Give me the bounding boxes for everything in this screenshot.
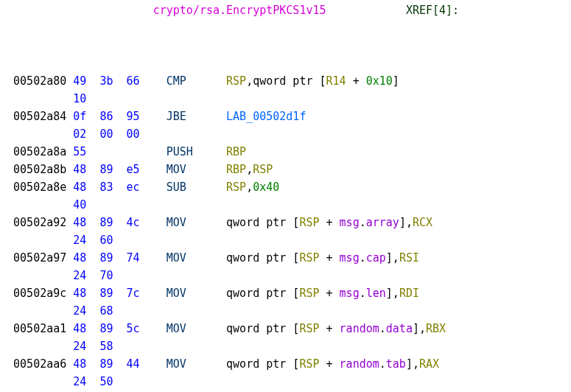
bytes: 48 89 e5 [73,163,166,176]
operand-text: ], [386,251,399,265]
operand-register[interactable]: RSP [226,181,246,194]
operand-text: + [320,357,340,371]
address[interactable]: 00502a9c [13,287,66,300]
asm-row[interactable]: 00502a97 48 89 74 MOV qword ptr [RSP + m… [0,249,571,267]
asm-row-bytes-continuation: 02 00 00 [0,125,571,143]
operand-register[interactable]: RBP [226,163,246,176]
function-header-row: crypto/rsa.EncryptPKCS1v15 XREF[4]: [0,1,571,19]
asm-row-bytes-continuation: 40 [0,196,571,214]
operand-literal[interactable]: 0x40 [253,181,279,194]
mnemonic: MOV [167,216,226,229]
asm-row[interactable]: 00502aa6 48 89 44 MOV qword ptr [RSP + r… [0,355,571,373]
operand-text: ], [413,322,426,335]
mnemonic: JBE [167,110,226,123]
mnemonic: MOV [167,163,226,176]
mnemonic: SUB [167,181,226,194]
operand-register[interactable]: RCX [413,216,432,229]
operand-struct-field[interactable]: msg [340,287,360,300]
address[interactable]: 00502a8a [13,145,66,158]
operand-struct-field[interactable]: cap [366,251,386,265]
operand-register[interactable]: RSP [299,251,319,265]
operand-text: qword ptr [ [226,357,299,371]
operand-literal[interactable]: 0x10 [366,74,393,88]
address[interactable]: 00502a8b [13,163,66,176]
operand-register[interactable]: RSP [253,163,273,176]
xref-count[interactable]: 4 [439,4,446,17]
operand-register[interactable]: RSP [299,287,319,300]
address[interactable]: 00502a92 [13,216,66,229]
bytes: 55 [73,145,166,158]
bytes: 48 89 74 [73,251,166,265]
operand-struct-field[interactable]: msg [340,216,360,229]
bytes: 48 89 5c [73,322,166,335]
asm-row-bytes-continuation: 24 58 [0,337,571,355]
asm-row[interactable]: 00502a8a 55 PUSH RBP [0,143,571,161]
mnemonic: MOV [167,287,226,300]
disassembly-listing: crypto/rsa.EncryptPKCS1v15 XREF[4]: 0050… [0,0,571,391]
operand-text: , [246,181,253,194]
asm-row[interactable]: 00502a8b 48 89 e5 MOV RBP,RSP [0,161,571,178]
operand-text: ], [386,287,399,300]
operand-text: qword ptr [ [226,322,299,335]
address[interactable]: 00502a8e [13,181,66,194]
bytes: 24 50 [73,375,113,388]
mnemonic: MOV [167,251,226,265]
operand-text: qword ptr [ [226,251,299,265]
asm-row-bytes-continuation: 24 50 [0,373,571,391]
operand-register[interactable]: RAX [419,357,439,371]
operand-label[interactable]: LAB_00502d1f [226,110,306,123]
bytes: 48 83 ec [73,181,166,194]
mnemonic: MOV [167,322,226,335]
operand-struct-field[interactable]: msg [340,251,360,265]
address[interactable]: 00502a80 [13,74,66,88]
bytes: 02 00 00 [73,127,139,141]
bytes: 24 68 [73,304,113,318]
operand-struct-field[interactable]: tab [386,357,406,371]
operand-register[interactable]: RSP [299,322,319,335]
operand-struct-field[interactable]: random [340,322,379,335]
asm-row[interactable]: 00502a80 49 3b 66 CMP RSP,qword ptr [R14… [0,72,571,90]
asm-row-bytes-continuation: 24 60 [0,231,571,249]
operand-struct-field[interactable]: array [366,216,399,229]
asm-row[interactable]: 00502a92 48 89 4c MOV qword ptr [RSP + m… [0,214,571,231]
bytes: 24 60 [73,234,113,247]
operand-register[interactable]: RSP [299,216,319,229]
address[interactable]: 00502aa1 [13,322,66,335]
bytes: 10 [73,92,86,105]
operand-text: . [360,216,366,229]
asm-row-bytes-continuation: 24 68 [0,302,571,320]
operand-register[interactable]: RBX [426,322,446,335]
operand-text: , [246,163,253,176]
operand-register[interactable]: R14 [326,74,346,88]
operand-text: . [360,251,366,265]
operand-register[interactable]: RSP [226,74,246,88]
operand-register[interactable]: RDI [399,287,419,300]
function-name[interactable]: crypto/rsa.EncryptPKCS1v15 [153,4,326,17]
operand-text: ] [393,74,399,88]
xref-close[interactable]: ]: [446,4,459,17]
address[interactable]: 00502a97 [13,251,66,265]
operand-text: . [360,287,366,300]
bytes: 24 58 [73,340,113,353]
address[interactable]: 00502a84 [13,110,66,123]
operand-register[interactable]: RSI [399,251,419,265]
operand-text: + [320,322,340,335]
asm-row[interactable]: 00502a8e 48 83 ec SUB RSP,0x40 [0,178,571,196]
operand-text: qword ptr [ [226,287,299,300]
operand-text: + [320,216,340,229]
operand-text: + [320,287,340,300]
asm-row[interactable]: 00502aa1 48 89 5c MOV qword ptr [RSP + r… [0,320,571,337]
operand-struct-field[interactable]: len [366,287,386,300]
operand-text: qword ptr [ [226,216,299,229]
operand-struct-field[interactable]: random [340,357,379,371]
xref-label[interactable]: XREF[ [406,4,439,17]
address[interactable]: 00502aa6 [13,357,66,371]
asm-row[interactable]: 00502a84 0f 86 95 JBE LAB_00502d1f [0,108,571,125]
operand-register[interactable]: RBP [226,145,246,158]
operand-register[interactable]: RSP [299,357,319,371]
operand-struct-field[interactable]: data [386,322,413,335]
asm-row[interactable]: 00502a9c 48 89 7c MOV qword ptr [RSP + m… [0,284,571,302]
operand-text: . [379,322,386,335]
bytes: 48 89 4c [73,216,166,229]
mnemonic: MOV [167,357,226,371]
